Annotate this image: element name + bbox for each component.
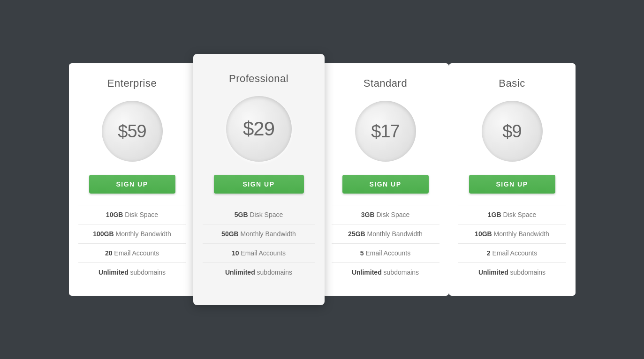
feature-item-enterprise-3: Unlimited subdomains (78, 262, 186, 282)
feature-bold-professional-1: 50GB (221, 230, 239, 238)
plan-card-enterprise: Enterprise$59SIGN UP10GB Disk Space100GB… (69, 63, 196, 296)
plan-title-professional: Professional (229, 73, 288, 85)
feature-item-enterprise-1: 100GB Monthly Bandwidth (78, 224, 186, 243)
feature-bold-standard-0: 3GB (361, 211, 375, 218)
feature-item-basic-3: Unlimited subdomains (458, 262, 566, 282)
signup-button-standard[interactable]: SIGN UP (342, 175, 429, 194)
feature-bold-basic-1: 10GB (475, 230, 492, 238)
feature-bold-enterprise-3: Unlimited (98, 269, 129, 276)
feature-item-professional-2: 10 Email Accounts (203, 243, 315, 262)
signup-button-basic[interactable]: SIGN UP (469, 175, 555, 194)
price-text-standard: $17 (371, 121, 399, 142)
plan-title-enterprise: Enterprise (107, 77, 157, 90)
feature-item-basic-2: 2 Email Accounts (458, 243, 566, 262)
price-circle-enterprise: $59 (102, 101, 163, 162)
feature-bold-standard-2: 5 (360, 249, 364, 257)
price-text-basic: $9 (502, 121, 521, 142)
feature-bold-professional-3: Unlimited (225, 269, 255, 276)
signup-button-professional[interactable]: SIGN UP (214, 175, 304, 194)
price-circle-standard: $17 (355, 101, 416, 162)
feature-bold-basic-3: Unlimited (478, 269, 508, 276)
price-circle-professional: $29 (226, 96, 292, 162)
feature-item-enterprise-0: 10GB Disk Space (78, 205, 186, 224)
feature-bold-enterprise-1: 100GB (93, 230, 114, 238)
feature-item-basic-0: 1GB Disk Space (458, 205, 566, 224)
price-text-professional: $29 (243, 118, 274, 140)
plan-title-basic: Basic (499, 77, 525, 90)
feature-bold-enterprise-0: 10GB (106, 211, 123, 218)
feature-item-standard-0: 3GB Disk Space (332, 205, 439, 224)
features-list-enterprise: 10GB Disk Space100GB Monthly Bandwidth20… (78, 205, 186, 282)
feature-bold-standard-3: Unlimited (352, 269, 382, 276)
feature-item-standard-1: 25GB Monthly Bandwidth (332, 224, 439, 243)
feature-bold-basic-2: 2 (487, 249, 491, 257)
plan-card-professional: Professional$29SIGN UP5GB Disk Space50GB… (193, 54, 325, 305)
plan-card-basic: Basic$9SIGN UP1GB Disk Space10GB Monthly… (449, 63, 576, 296)
feature-item-standard-3: Unlimited subdomains (332, 262, 439, 282)
feature-item-professional-1: 50GB Monthly Bandwidth (203, 224, 315, 243)
plan-card-standard: Standard$17SIGN UP3GB Disk Space25GB Mon… (322, 63, 449, 296)
plan-title-standard: Standard (364, 77, 407, 90)
features-list-basic: 1GB Disk Space10GB Monthly Bandwidth2 Em… (458, 205, 566, 282)
feature-item-enterprise-2: 20 Email Accounts (78, 243, 186, 262)
feature-bold-basic-0: 1GB (488, 211, 501, 218)
feature-item-basic-1: 10GB Monthly Bandwidth (458, 224, 566, 243)
signup-button-enterprise[interactable]: SIGN UP (89, 175, 175, 194)
feature-item-professional-3: Unlimited subdomains (203, 262, 315, 282)
feature-bold-professional-0: 5GB (235, 211, 248, 218)
price-circle-basic: $9 (482, 101, 543, 162)
feature-bold-enterprise-2: 20 (105, 249, 113, 257)
features-list-standard: 3GB Disk Space25GB Monthly Bandwidth5 Em… (332, 205, 439, 282)
price-text-enterprise: $59 (118, 121, 146, 142)
pricing-container: Enterprise$59SIGN UP10GB Disk Space100GB… (69, 63, 576, 296)
features-list-professional: 5GB Disk Space50GB Monthly Bandwidth10 E… (203, 205, 315, 282)
feature-bold-professional-2: 10 (232, 249, 239, 257)
feature-item-standard-2: 5 Email Accounts (332, 243, 439, 262)
feature-item-professional-0: 5GB Disk Space (203, 205, 315, 224)
feature-bold-standard-1: 25GB (348, 230, 365, 238)
